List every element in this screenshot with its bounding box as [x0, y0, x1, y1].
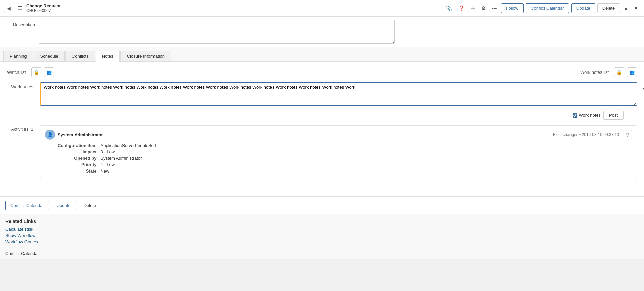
avatar-initials: 👤	[47, 132, 53, 137]
activity-card: 👤 System Administrator Field changes • 2…	[40, 125, 637, 178]
activity-header: 👤 System Administrator Field changes • 2…	[45, 130, 632, 140]
work-notes-checkbox-text: Work notes	[579, 113, 601, 118]
header-title: Change Request CHG0040007	[26, 3, 61, 13]
delete-bottom-button[interactable]: Delete	[79, 201, 101, 210]
tab-planning[interactable]: Planning	[3, 51, 33, 61]
activity-user-name: System Administrator	[58, 132, 103, 137]
watchlist-row: Watch list 🔒 👥 Work notes list 🔒 👥	[7, 67, 637, 77]
conflict-calendar-bottom-button[interactable]: Conflict Calendar	[5, 201, 49, 210]
description-label: Description	[5, 20, 39, 27]
work-notes-checkbox[interactable]	[573, 113, 577, 118]
settings-icon-button[interactable]: ⚙	[480, 4, 487, 13]
related-link[interactable]: Show Workflow	[5, 233, 639, 238]
related-links-list: Calculate RiskShow WorkflowWorkflow Cont…	[5, 227, 639, 244]
conflict-calendar-header-button[interactable]: Conflict Calendar	[526, 3, 569, 13]
more-icon-button[interactable]: •••	[490, 4, 498, 12]
header-left: ◀ ☰ Change Request CHG0040007	[4, 3, 442, 13]
watchlist-right: Work notes list 🔒 👥	[580, 67, 637, 77]
work-notes-format-button[interactable]: ☰	[640, 84, 644, 93]
back-button[interactable]: ◀	[4, 4, 13, 13]
activity-fields: Configuration itemApplicationServerPeopl…	[58, 143, 632, 174]
work-notes-list-label: Work notes list	[580, 70, 609, 75]
work-notes-input[interactable]: Work notes Work notes Work notes Work no…	[40, 82, 637, 106]
avatar: 👤	[45, 130, 55, 140]
watchlist-label: Watch list	[7, 70, 26, 75]
work-notes-row: Work notes Work notes Work notes Work no…	[7, 82, 637, 107]
related-links-title: Related Links	[5, 219, 639, 224]
footer-conflict-calendar-label: Conflict Calendar	[5, 251, 39, 256]
work-notes-checkbox-label[interactable]: Work notes	[573, 113, 601, 118]
activity-field-key: Opened by	[58, 156, 97, 161]
follow-button[interactable]: Follow	[501, 3, 524, 13]
footer-conflict-calendar: Conflict Calendar	[0, 250, 644, 259]
header-actions: Follow Conflict Calendar Update Delete ▲…	[501, 3, 640, 13]
tab-schedule[interactable]: Schedule	[34, 51, 65, 61]
activity-field-value: 3 - Low	[101, 149, 632, 154]
watchlist-lock-button[interactable]: 🔒	[31, 67, 41, 77]
nav-down-button[interactable]: ▼	[632, 4, 640, 13]
activity-field-value: System Administrator	[101, 156, 632, 161]
related-link[interactable]: Workflow Context	[5, 239, 639, 244]
activities-label: Activities: 1	[7, 125, 37, 132]
tab-conflicts[interactable]: Conflicts	[65, 51, 95, 61]
activity-filter-button[interactable]: ▽	[623, 130, 632, 139]
attachment-icon-button[interactable]: 📎	[445, 4, 454, 13]
work-notes-label: Work notes	[7, 82, 37, 89]
help-icon-button[interactable]: ❓	[457, 4, 466, 13]
work-notes-list-people-button[interactable]: 👥	[627, 67, 637, 77]
watchlist-left: Watch list 🔒 👥	[7, 67, 580, 77]
activity-meta: Field changes • 2016-08-10 09:37:13	[553, 132, 619, 137]
header-icons: 📎 ❓ ✛ ⚙ •••	[445, 4, 498, 13]
update-bottom-button[interactable]: Update	[52, 201, 76, 210]
description-input[interactable]	[39, 20, 395, 44]
nav-up-button[interactable]: ▲	[622, 4, 630, 13]
related-links-section: Related Links Calculate RiskShow Workflo…	[0, 214, 644, 250]
delete-header-button[interactable]: Delete	[597, 3, 620, 13]
tabs-bar: Planning Schedule Conflicts Notes Closur…	[0, 47, 644, 62]
post-button[interactable]: Post	[603, 111, 624, 120]
activity-field-key: Priority	[58, 162, 97, 167]
header: ◀ ☰ Change Request CHG0040007 📎 ❓ ✛ ⚙ ••…	[0, 0, 644, 17]
update-header-button[interactable]: Update	[571, 3, 595, 13]
watchlist-people-button[interactable]: 👥	[44, 67, 54, 77]
work-notes-wrapper: Work notes Work notes Work notes Work no…	[40, 82, 637, 107]
description-section: Description	[0, 17, 644, 47]
tab-closure-information[interactable]: Closure Information	[120, 51, 171, 61]
add-icon-button[interactable]: ✛	[469, 4, 477, 13]
activities-section: Activities: 1 👤 System Administrator Fie…	[7, 125, 637, 178]
activity-field-value: 4 - Low	[101, 162, 632, 167]
activity-field-value: ApplicationServerPeopleSoft	[101, 143, 632, 148]
activities-content: 👤 System Administrator Field changes • 2…	[40, 125, 637, 178]
notes-tab-content: Watch list 🔒 👥 Work notes list 🔒 👥 Work …	[0, 62, 644, 196]
bottom-bar: Conflict Calendar Update Delete	[0, 196, 644, 214]
page-title-sub: CHG0040007	[26, 8, 61, 13]
post-row: Work notes Post	[7, 111, 637, 120]
activity-field-key: State	[58, 168, 97, 174]
activity-user: 👤 System Administrator	[45, 130, 103, 140]
activity-field-key: Impact	[58, 149, 97, 154]
work-notes-list-lock-button[interactable]: 🔒	[614, 67, 624, 77]
related-link[interactable]: Calculate Risk	[5, 227, 639, 232]
hamburger-button[interactable]: ☰	[16, 4, 23, 13]
page-title-main: Change Request	[26, 3, 61, 8]
activity-field-key: Configuration item	[58, 143, 97, 148]
activity-field-value: New	[101, 168, 632, 174]
tab-notes[interactable]: Notes	[96, 51, 120, 62]
